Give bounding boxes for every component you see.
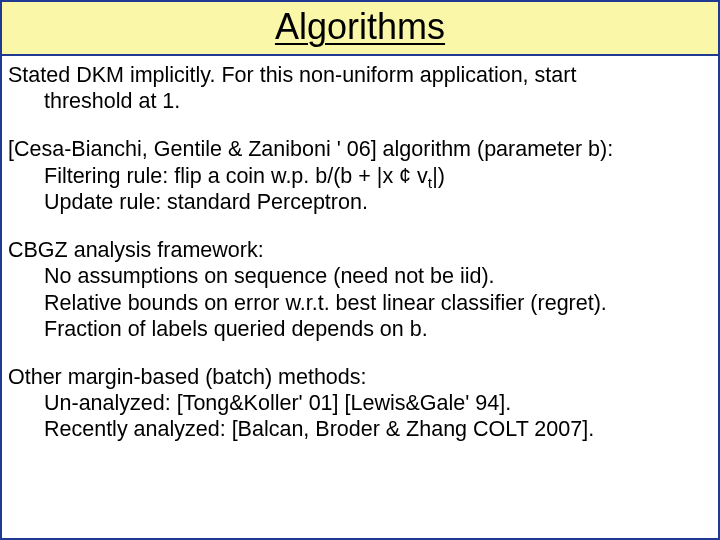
text-line: Fraction of labels queried depends on b.: [8, 316, 712, 342]
paragraph-dkm: Stated DKM implicitly. For this non-unif…: [8, 62, 712, 114]
title-bar: Algorithms: [2, 2, 718, 56]
slide-body: Stated DKM implicitly. For this non-unif…: [2, 56, 718, 538]
text-fragment: |): [432, 164, 445, 188]
text-line: Un-analyzed: [Tong&Koller' 01] [Lewis&Ga…: [8, 390, 712, 416]
slide-title: Algorithms: [2, 6, 718, 48]
text-line: Filtering rule: flip a coin w.p. b/(b + …: [8, 163, 712, 189]
paragraph-other-methods: Other margin-based (batch) methods: Un-a…: [8, 364, 712, 443]
text-line: Other margin-based (batch) methods:: [8, 364, 712, 390]
paragraph-cbgz-analysis: CBGZ analysis framework: No assumptions …: [8, 237, 712, 342]
text-line: Recently analyzed: [Balcan, Broder & Zha…: [8, 416, 712, 442]
text-fragment: Filtering rule: flip a coin w.p. b/(b + …: [44, 164, 428, 188]
text-line: No assumptions on sequence (need not be …: [8, 263, 712, 289]
text-line: CBGZ analysis framework:: [8, 237, 712, 263]
paragraph-cbgz-algo: [Cesa-Bianchi, Gentile & Zaniboni ' 06] …: [8, 136, 712, 215]
text-line: Relative bounds on error w.r.t. best lin…: [8, 290, 712, 316]
text-line: Update rule: standard Perceptron.: [8, 189, 712, 215]
slide-container: Algorithms Stated DKM implicitly. For th…: [0, 0, 720, 540]
text-line: [Cesa-Bianchi, Gentile & Zaniboni ' 06] …: [8, 136, 712, 162]
text-line: threshold at 1.: [8, 88, 712, 114]
text-line: Stated DKM implicitly. For this non-unif…: [8, 62, 712, 88]
